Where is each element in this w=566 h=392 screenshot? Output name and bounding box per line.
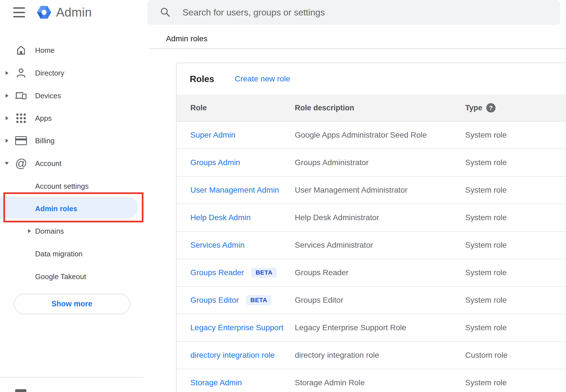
sidebar-item-label: Admin roles (35, 204, 77, 213)
role-type: System role (465, 186, 507, 195)
sidebar-item-home[interactable]: Home (0, 39, 150, 61)
expand-caret-icon[interactable] (6, 139, 8, 143)
role-type: System role (465, 158, 507, 167)
role-link[interactable]: Groups Editor (190, 296, 239, 305)
role-type: System role (465, 296, 507, 305)
beta-badge: BETA (246, 295, 271, 305)
table-row: Help Desk Admin Help Desk Administrator … (177, 204, 566, 232)
role-description: User Management Administrator (295, 186, 408, 195)
role-type: System role (465, 131, 507, 140)
table-row: Groups Admin Groups Administrator System… (177, 149, 566, 177)
create-new-role-link[interactable]: Create new role (235, 74, 290, 83)
billing-card-icon (15, 134, 28, 147)
role-link[interactable]: Super Admin (190, 131, 235, 140)
sidebar-item-account[interactable]: @ Account (0, 152, 150, 175)
sidebar-item-label: Account (35, 159, 61, 168)
role-description: Help Desk Administrator (295, 213, 379, 222)
beta-badge: BETA (251, 268, 277, 278)
column-header-role: Role (190, 104, 207, 112)
table-row: directory integration role directory int… (177, 342, 566, 369)
breadcrumb: Admin roles (166, 34, 207, 43)
sidebar-item-devices[interactable]: Devices (0, 84, 150, 107)
role-type: System role (465, 241, 507, 250)
expand-caret-icon[interactable] (6, 116, 8, 120)
help-icon[interactable]: ? (486, 103, 496, 113)
role-type: System role (465, 378, 507, 387)
sidebar: Admin Home Directory (0, 0, 150, 392)
sidebar-item-label: Apps (35, 114, 52, 122)
role-link[interactable]: Legacy Enterprise Support (190, 323, 284, 332)
expand-caret-icon[interactable] (6, 94, 8, 98)
table-row: Storage Admin Storage Admin Role System … (177, 369, 566, 392)
brand-title: Admin (56, 5, 92, 19)
sidebar-item-admin-roles[interactable]: Admin roles (0, 197, 150, 220)
sidebar-item-label: Home (35, 46, 54, 54)
page-title: Roles (190, 74, 214, 84)
role-type: System role (465, 323, 507, 332)
sidebar-item-data-migration[interactable]: Data migration (0, 242, 150, 265)
sidebar-item-label: Devices (35, 91, 61, 100)
sidebar-item-apps[interactable]: Apps (0, 107, 150, 129)
role-link[interactable]: Help Desk Admin (190, 213, 251, 222)
role-description: Groups Reader (295, 268, 348, 277)
home-icon (15, 44, 28, 57)
sidebar-item-domains[interactable]: Domains (0, 220, 150, 242)
sidebar-item-label: Directory (35, 69, 64, 77)
partial-bottom-icon (15, 389, 26, 392)
table-row: Groups EditorBETA Groups Editor System r… (177, 287, 566, 314)
roles-panel: Roles Create new role Role Role descript… (176, 63, 566, 392)
roles-panel-header: Roles Create new role (177, 63, 566, 95)
sidebar-item-label: Data migration (35, 249, 83, 258)
expand-caret-icon[interactable] (6, 71, 8, 75)
search-icon (160, 7, 171, 18)
sidebar-item-label: Domains (35, 227, 64, 235)
menu-hamburger-icon[interactable] (13, 7, 25, 18)
sidebar-bottom-divider (0, 377, 143, 378)
devices-icon (15, 89, 28, 102)
table-row: Services Admin Services Administrator Sy… (177, 232, 566, 259)
person-icon (15, 67, 28, 79)
table-row: Groups ReaderBETA Groups Reader System r… (177, 259, 566, 287)
role-link[interactable]: Groups Admin (190, 158, 240, 167)
role-link[interactable]: directory integration role (190, 351, 275, 360)
table-row: User Management Admin User Management Ad… (177, 177, 566, 204)
role-description: Groups Editor (295, 296, 343, 305)
search-placeholder: Search for users, groups or settings (182, 7, 325, 18)
column-header-description: Role description (295, 104, 354, 112)
role-type: System role (465, 213, 507, 222)
sidebar-item-directory[interactable]: Directory (0, 61, 150, 84)
role-description: Groups Administrator (295, 158, 369, 167)
collapse-caret-icon[interactable] (5, 162, 9, 165)
role-link[interactable]: User Management Admin (190, 186, 279, 195)
breadcrumb-divider (149, 48, 566, 49)
role-description: directory integration role (295, 351, 379, 360)
role-type: System role (465, 268, 507, 277)
column-header-type: Type (465, 104, 482, 112)
at-sign-icon: @ (15, 157, 28, 170)
role-link[interactable]: Services Admin (190, 241, 245, 250)
sidebar-item-label: Google Takeout (35, 272, 86, 281)
role-link[interactable]: Groups Reader (190, 268, 244, 277)
sidebar-item-account-settings[interactable]: Account settings (0, 175, 150, 197)
apps-grid-icon (15, 112, 28, 125)
sidebar-item-label: Account settings (35, 182, 89, 190)
table-row: Super Admin Google Apps Administrator Se… (177, 122, 566, 149)
role-description: Services Administrator (295, 241, 373, 250)
table-header-row: Role Role description Type ? (177, 95, 566, 122)
admin-logo-icon (36, 5, 52, 19)
role-link[interactable]: Storage Admin (190, 378, 242, 387)
sidebar-item-label: Billing (35, 136, 54, 145)
role-type: Custom role (465, 351, 508, 360)
sidebar-item-google-takeout[interactable]: Google Takeout (0, 265, 150, 288)
role-description: Legacy Enterprise Support Role (295, 323, 406, 332)
table-row: Legacy Enterprise Support Legacy Enterpr… (177, 314, 566, 342)
sidebar-item-billing[interactable]: Billing (0, 129, 150, 152)
role-description: Google Apps Administrator Seed Role (295, 131, 427, 140)
role-description: Storage Admin Role (295, 378, 365, 387)
admin-console-screen: Admin Home Directory (0, 0, 566, 392)
brand: Admin (36, 5, 92, 20)
expand-caret-icon[interactable] (28, 229, 31, 233)
search-bar[interactable]: Search for users, groups or settings (147, 0, 560, 25)
show-more-button[interactable]: Show more (14, 294, 130, 314)
